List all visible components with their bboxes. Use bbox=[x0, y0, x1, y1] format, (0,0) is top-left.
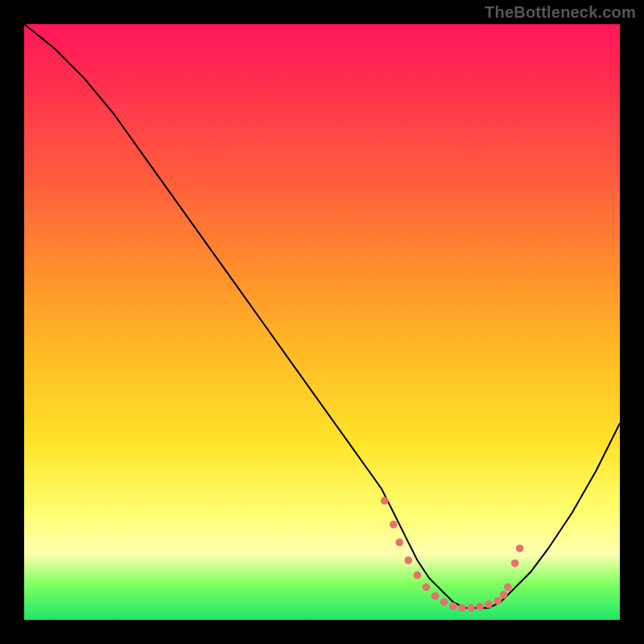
bottleneck-curve bbox=[24, 24, 620, 608]
valley-marker-dots bbox=[381, 497, 524, 612]
valley-dot bbox=[431, 592, 440, 601]
valley-dot bbox=[516, 544, 524, 552]
valley-dot bbox=[395, 539, 403, 547]
valley-dot bbox=[485, 601, 493, 609]
valley-dot bbox=[467, 604, 475, 612]
valley-dot bbox=[423, 583, 431, 591]
valley-dot bbox=[458, 604, 466, 612]
valley-dot bbox=[511, 559, 519, 568]
valley-dot bbox=[414, 572, 422, 580]
valley-dot bbox=[404, 556, 412, 564]
chart-stage: TheBottleneck.com bbox=[0, 0, 644, 644]
valley-dot bbox=[504, 583, 512, 591]
valley-dot bbox=[390, 521, 398, 529]
valley-dot bbox=[440, 598, 448, 606]
valley-dot bbox=[500, 591, 508, 599]
valley-dot bbox=[449, 602, 457, 610]
watermark-text: TheBottleneck.com bbox=[485, 3, 636, 22]
plot-area bbox=[24, 24, 620, 620]
valley-dot bbox=[476, 603, 484, 611]
valley-dot bbox=[493, 597, 502, 605]
valley-dot bbox=[381, 497, 389, 505]
curve-layer bbox=[24, 24, 620, 620]
